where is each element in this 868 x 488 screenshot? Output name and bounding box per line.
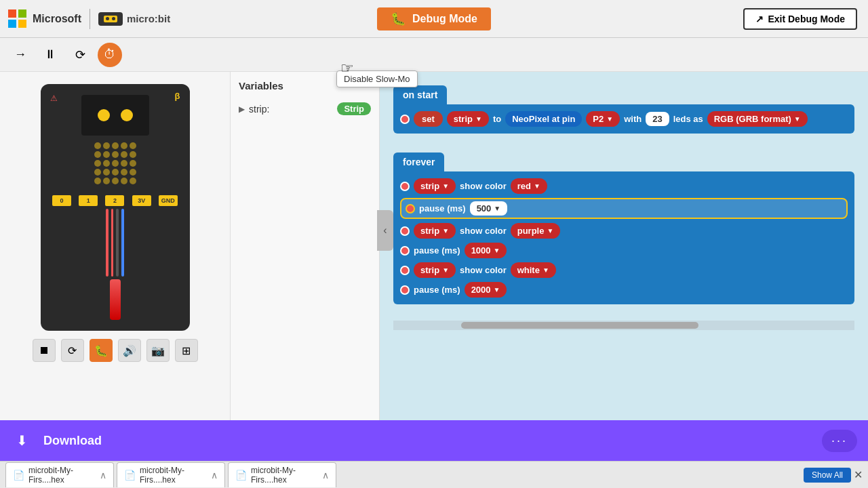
pause-500-caret: ▼: [494, 205, 500, 212]
color-purple-label: purple: [517, 226, 545, 236]
leds-count[interactable]: 23: [646, 112, 669, 126]
refresh-button[interactable]: ⟳: [68, 43, 92, 67]
led-4-1: [103, 178, 110, 184]
led-0-1: [103, 142, 110, 149]
pause-1000-circle: [400, 246, 410, 256]
pause-button[interactable]: ⏸: [38, 43, 62, 67]
sound-button[interactable]: 🔊: [118, 339, 141, 362]
download-bar: ⬇ Download ···: [0, 420, 868, 461]
close-all-button[interactable]: ✕: [854, 468, 863, 481]
led-3-3: [121, 169, 127, 176]
code-panel: on start set strip ▼ to NeoPixel at pin: [380, 72, 868, 454]
led-grid: [94, 142, 136, 184]
pin-dropdown[interactable]: P2 ▼: [586, 111, 620, 127]
exit-debug-button[interactable]: ↗ Exit Debug Mode: [743, 8, 857, 30]
beta-badge: β: [175, 91, 180, 101]
file-tab-0[interactable]: 📄 microbit-My-Firs....hex ∧: [5, 462, 114, 487]
microbit-eyes: [98, 109, 133, 121]
color-purple-caret: ▼: [547, 227, 553, 235]
led-4-4: [130, 178, 136, 184]
pause-1000-num: 1000: [471, 245, 491, 256]
led-0-2: [112, 142, 119, 149]
color-purple-dd[interactable]: purple ▼: [511, 223, 561, 239]
file-tab-1-icon: 📄: [124, 470, 136, 481]
strip-dd-2-caret: ▼: [442, 227, 449, 235]
color-white-label: white: [517, 265, 540, 275]
forever-body: strip ▼ show color red ▼ pause (ms) 500: [393, 171, 854, 304]
var-name-strip: strip:: [249, 104, 269, 115]
horizontal-scrollbar[interactable]: [393, 321, 854, 330]
camera-button[interactable]: 📷: [146, 339, 170, 362]
pin-2: 2: [105, 195, 124, 206]
file-tab-0-close[interactable]: ∧: [100, 470, 106, 481]
pin-row: 0 1 2 3V GND: [52, 195, 179, 206]
set-strip-row: set strip ▼ to NeoPixel at pin P2 ▼ with: [400, 111, 848, 127]
sim-debug-button[interactable]: 🐛: [90, 339, 113, 362]
file-tab-1-close[interactable]: ∧: [211, 470, 218, 481]
strip-dropdown-label: strip: [454, 114, 473, 124]
show-all-button[interactable]: Show All: [804, 468, 851, 483]
color-white-caret: ▼: [542, 266, 549, 274]
led-3-1: [103, 169, 110, 176]
strip-dd-1[interactable]: strip ▼: [414, 178, 456, 194]
forward-button[interactable]: →: [8, 43, 33, 67]
microbit-icon: [98, 12, 123, 26]
led-4-2: [112, 178, 119, 184]
led-2-0: [94, 160, 101, 167]
file-tab-1[interactable]: 📄 microbit-My-Firs....hex ∧: [117, 462, 225, 487]
led-4-0: [94, 178, 101, 184]
on-start-block: on start set strip ▼ to NeoPixel at pin: [393, 85, 854, 134]
microbit-face-display: [81, 95, 149, 136]
pause-2000-row: pause (ms) 2000 ▼: [400, 282, 848, 298]
variable-row-strip: ▶ strip: Strip: [239, 100, 371, 118]
cable-blue: [121, 209, 124, 277]
strip-dd-2[interactable]: strip ▼: [414, 223, 456, 239]
variables-panel: Variables ▶ strip: Strip: [231, 72, 380, 454]
panel-collapse-arrow[interactable]: ‹: [377, 210, 393, 251]
strip-dd-3-label: strip: [420, 265, 439, 275]
led-2-3: [121, 160, 127, 167]
pause-2000-num: 2000: [471, 285, 491, 295]
show-color-red-circle: [400, 182, 410, 191]
neopixel-label: NeoPixel at pin: [512, 114, 575, 124]
show-color-white-row: strip ▼ show color white ▼: [400, 262, 848, 278]
slow-mo-button[interactable]: ⏱: [98, 43, 122, 67]
strip-dd-1-label: strip: [420, 181, 439, 191]
color-white-dd[interactable]: white ▼: [511, 262, 556, 278]
show-color-white-circle: [400, 266, 410, 275]
file-tab-2-close[interactable]: ∧: [322, 470, 329, 481]
expand-button[interactable]: ⊞: [175, 339, 198, 362]
color-red-dd[interactable]: red ▼: [511, 178, 547, 194]
format-dropdown[interactable]: RGB (GRB format) ▼: [707, 111, 808, 127]
led-2-1: [103, 160, 110, 167]
led-2-4: [130, 160, 136, 167]
on-start-header: on start: [393, 85, 447, 104]
scrollbar-thumb[interactable]: [461, 322, 698, 329]
strip-dd-3[interactable]: strip ▼: [414, 262, 456, 278]
debug-toolbar: → ⏸ ⟳ ⏱: [0, 38, 868, 72]
strip-dropdown[interactable]: strip ▼: [447, 111, 489, 127]
restart-button[interactable]: ⟳: [61, 339, 84, 362]
pause-2000-dd[interactable]: 2000 ▼: [465, 282, 507, 298]
pause-2000-circle: [400, 285, 410, 295]
pause-1000-dd[interactable]: 1000 ▼: [465, 243, 507, 258]
set-label: set: [422, 114, 435, 124]
show-color-text-2: show color: [460, 226, 507, 236]
stop-button[interactable]: ⏹: [33, 339, 56, 362]
var-expand-arrow[interactable]: ▶: [239, 104, 245, 114]
color-red-label: red: [517, 181, 531, 191]
led-3-4: [130, 169, 136, 176]
cable-black: [116, 209, 119, 277]
pause-500-circle: [406, 204, 415, 214]
download-more-button[interactable]: ···: [822, 430, 857, 452]
file-tab-2[interactable]: 📄 microbit-My-Firs....hex ∧: [228, 462, 336, 487]
forever-block: forever strip ▼ show color red ▼: [393, 152, 854, 304]
pin-3v: 3V: [132, 195, 151, 206]
left-eye-led: [98, 109, 110, 121]
neopixel-strip: [110, 279, 121, 320]
led-4-3: [121, 178, 127, 184]
pin-0: 0: [52, 195, 71, 206]
pause-1000-caret: ▼: [494, 247, 500, 254]
cable-red: [106, 209, 108, 277]
pause-500-value[interactable]: 500 ▼: [470, 201, 508, 216]
